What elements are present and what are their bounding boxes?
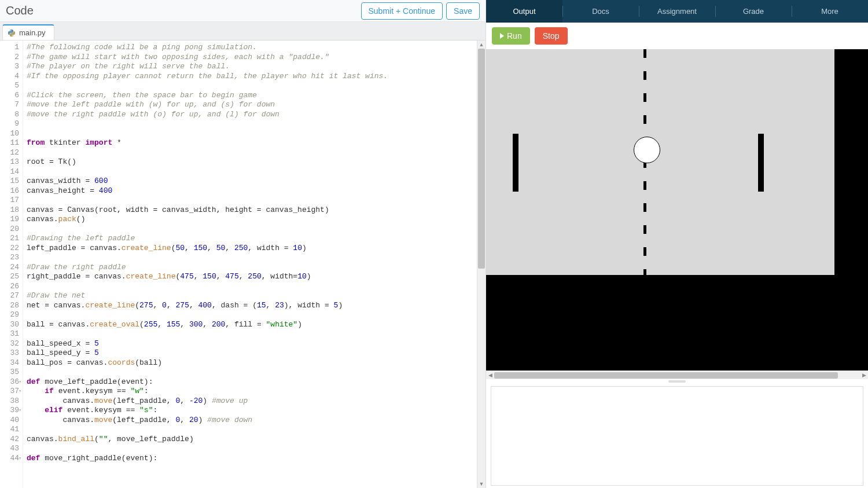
run-row: Run Stop bbox=[486, 23, 868, 49]
console-pane[interactable] bbox=[491, 386, 863, 486]
output-panel: OutputDocsAssignmentGradeMore Run Stop bbox=[486, 0, 868, 488]
stop-label: Stop bbox=[543, 31, 560, 41]
editor[interactable]: 1234567891011121314151617181920212223242… bbox=[0, 41, 486, 488]
play-icon bbox=[500, 33, 504, 39]
scroll-left-icon[interactable]: ◀ bbox=[486, 372, 494, 378]
output-area-wrap: ◀ ▶ bbox=[486, 49, 868, 488]
vscroll-thumb[interactable] bbox=[478, 49, 485, 269]
code-area[interactable]: #The following code will be a ping pong … bbox=[23, 41, 477, 488]
scroll-right-icon[interactable]: ▶ bbox=[860, 372, 868, 378]
scroll-up-icon[interactable]: ▲ bbox=[477, 41, 486, 49]
save-button[interactable]: Save bbox=[446, 2, 480, 20]
scroll-down-icon[interactable]: ▼ bbox=[477, 480, 486, 488]
run-label: Run bbox=[507, 31, 522, 41]
stop-button[interactable]: Stop bbox=[535, 27, 568, 45]
output-tab-docs[interactable]: Docs bbox=[562, 0, 639, 23]
code-header: Code Submit + Continue Save bbox=[0, 0, 486, 22]
file-tab-label: main.py bbox=[19, 28, 46, 37]
submit-continue-button[interactable]: Submit + Continue bbox=[361, 2, 443, 20]
hscroll-thumb[interactable] bbox=[494, 372, 838, 379]
output-hscroll[interactable]: ◀ ▶ bbox=[486, 370, 868, 379]
right-paddle bbox=[758, 134, 764, 192]
output-tab-more[interactable]: More bbox=[792, 0, 868, 23]
output-tab-grade[interactable]: Grade bbox=[715, 0, 792, 23]
code-panel: Code Submit + Continue Save main.py 1234… bbox=[0, 0, 486, 488]
output-tab-output[interactable]: Output bbox=[486, 0, 562, 23]
file-tab-main[interactable]: main.py bbox=[2, 24, 54, 40]
tk-canvas bbox=[486, 49, 834, 275]
editor-vscroll[interactable]: ▲ ▼ bbox=[477, 41, 486, 488]
python-icon bbox=[8, 29, 16, 37]
pane-resize-grip[interactable] bbox=[486, 379, 868, 384]
ball bbox=[634, 137, 660, 163]
panel-title: Code bbox=[6, 4, 358, 17]
program-output[interactable] bbox=[486, 49, 868, 370]
run-button[interactable]: Run bbox=[492, 27, 530, 45]
left-paddle bbox=[513, 134, 518, 192]
line-gutter: 1234567891011121314151617181920212223242… bbox=[0, 41, 23, 488]
app-root: Code Submit + Continue Save main.py 1234… bbox=[0, 0, 868, 488]
output-tab-assignment[interactable]: Assignment bbox=[639, 0, 715, 23]
output-tabs: OutputDocsAssignmentGradeMore bbox=[486, 0, 868, 23]
file-tab-row: main.py bbox=[0, 22, 486, 41]
